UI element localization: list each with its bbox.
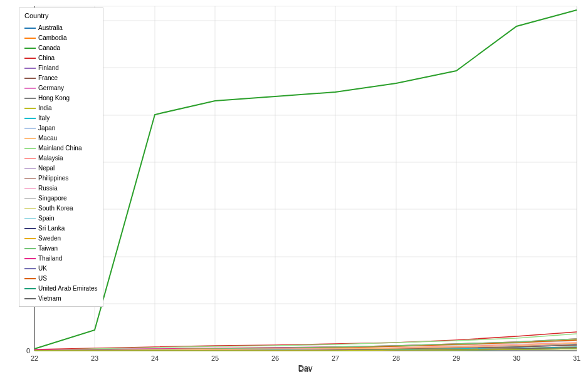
chart-container: 0 50 100 150 200 250 300 350 22 23 24 25… (0, 0, 588, 372)
germany-color (24, 88, 36, 89)
legend-item-china: China (24, 53, 98, 63)
india-color (24, 108, 36, 109)
malaysia-color (24, 158, 36, 159)
x-tick-23: 23 (91, 354, 98, 362)
x-tick-22: 22 (31, 354, 38, 362)
x-tick-30: 30 (513, 354, 520, 362)
legend-item-hong-kong: Hong Kong (24, 93, 98, 103)
spain-label: Spain (38, 214, 55, 224)
legend-item-uk: UK (24, 264, 98, 274)
japan-label: Japan (38, 123, 55, 133)
legend-item-south-korea: South Korea (24, 204, 98, 214)
macau-label: Macau (38, 133, 57, 143)
x-tick-29: 29 (453, 354, 460, 362)
legend-item-cambodia: Cambodia (24, 33, 98, 43)
south-korea-label: South Korea (38, 204, 73, 214)
uk-color (24, 268, 36, 269)
mainland-china-label: Mainland China (38, 143, 82, 153)
finland-label: Finland (38, 63, 59, 73)
legend-item-india: India (24, 103, 98, 113)
x-tick-31: 31 (573, 354, 580, 362)
thailand-color (24, 258, 36, 259)
x-tick-25: 25 (211, 354, 219, 362)
australia-color (24, 28, 36, 29)
cambodia-color (24, 38, 36, 39)
legend-item-france: France (24, 73, 98, 83)
japan-color (24, 128, 36, 129)
taiwan-label: Taiwan (38, 244, 58, 254)
legend-item-thailand: Thailand (24, 254, 98, 264)
sweden-label: Sweden (38, 234, 61, 244)
us-color (24, 278, 36, 279)
south-korea-color (24, 208, 36, 209)
australia-label: Australia (38, 23, 63, 33)
china-label: China (38, 53, 55, 63)
legend-item-vietnam: Vietnam (24, 294, 98, 304)
sweden-color (24, 238, 36, 239)
legend-item-canada: Canada (24, 43, 98, 53)
france-color (24, 78, 36, 79)
malaysia-label: Malaysia (38, 153, 63, 163)
germany-label: Germany (38, 83, 64, 93)
italy-label: Italy (38, 113, 50, 123)
legend-item-sri-lanka: Sri Lanka (24, 224, 98, 234)
macau-color (24, 138, 36, 139)
legend-item-us: US (24, 274, 98, 284)
y-tick-0: 0 (26, 347, 30, 354)
taiwan-color (24, 248, 36, 249)
legend-item-germany: Germany (24, 83, 98, 93)
legend-item-sweden: Sweden (24, 234, 98, 244)
us-label: US (38, 274, 47, 284)
legend-item-italy: Italy (24, 113, 98, 123)
legend-item-australia: Australia (24, 23, 98, 33)
legend-title: Country (24, 11, 98, 22)
cambodia-label: Cambodia (38, 33, 67, 43)
sri-lanka-color (24, 228, 36, 229)
legend-item-malaysia: Malaysia (24, 153, 98, 163)
india-label: India (38, 103, 52, 113)
legend-item-philippines: Philippines (24, 173, 98, 183)
plot-area (34, 6, 577, 351)
china-color (24, 58, 36, 59)
legend-box: Country Australia Cambodia Canada China … (19, 8, 103, 307)
hong-kong-color (24, 98, 36, 99)
legend-item-russia: Russia (24, 183, 98, 194)
legend-item-taiwan: Taiwan (24, 244, 98, 254)
uae-label: United Arab Emirates (38, 284, 98, 294)
legend-item-singapore: Singapore (24, 194, 98, 204)
russia-label: Russia (38, 183, 58, 194)
legend-item-finland: Finland (24, 63, 98, 73)
x-axis-day-label: Day (298, 363, 313, 372)
nepal-color (24, 168, 36, 169)
canada-color (24, 48, 36, 49)
legend-item-macau: Macau (24, 133, 98, 143)
uae-color (24, 288, 36, 289)
spain-color (24, 218, 36, 219)
x-tick-24: 24 (151, 354, 159, 362)
thailand-label: Thailand (38, 254, 62, 264)
nepal-label: Nepal (38, 163, 55, 173)
singapore-label: Singapore (38, 194, 67, 204)
russia-color (24, 188, 36, 189)
vietnam-color (24, 298, 36, 299)
uk-label: UK (38, 264, 47, 274)
x-tick-27: 27 (332, 354, 339, 362)
sri-lanka-label: Sri Lanka (38, 224, 65, 234)
philippines-label: Philippines (38, 173, 68, 183)
vietnam-label: Vietnam (38, 294, 61, 304)
legend-item-mainland-china: Mainland China (24, 143, 98, 153)
italy-color (24, 118, 36, 119)
finland-color (24, 68, 36, 69)
legend-item-nepal: Nepal (24, 163, 98, 173)
canada-label: Canada (38, 43, 60, 53)
x-tick-26: 26 (271, 354, 279, 362)
x-tick-28: 28 (392, 354, 400, 362)
hong-kong-label: Hong Kong (38, 93, 70, 103)
philippines-color (24, 178, 36, 179)
legend-item-uae: United Arab Emirates (24, 284, 98, 294)
singapore-color (24, 198, 36, 199)
mainland-china-color (24, 148, 36, 149)
france-label: France (38, 73, 58, 83)
legend-item-spain: Spain (24, 214, 98, 224)
legend-item-japan: Japan (24, 123, 98, 133)
